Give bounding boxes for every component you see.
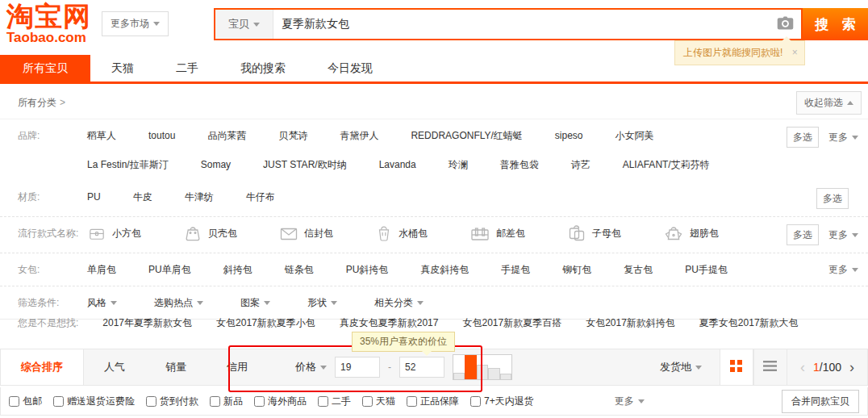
breadcrumb[interactable]: 所有分类> <box>18 96 65 110</box>
price-histogram[interactable] <box>453 354 512 380</box>
condition-dropdown[interactable]: 相关分类 <box>374 294 424 311</box>
style-option[interactable]: 信封包 <box>279 224 333 242</box>
style-option[interactable]: 翅膀包 <box>663 224 719 242</box>
footer-more-button[interactable]: 更多 <box>615 395 645 408</box>
ship-from-dropdown[interactable]: 发货地 <box>660 360 702 374</box>
nav-tab-4[interactable]: 今日发现 <box>307 55 394 82</box>
brand-option[interactable]: 青黛伊人 <box>340 127 378 144</box>
category-option[interactable]: 真皮斜挎包 <box>420 261 469 278</box>
suggestion-link[interactable]: 女包2017新款斜挎包 <box>586 316 675 330</box>
brand-option[interactable]: toutou <box>148 127 175 144</box>
brand-option[interactable]: 小女阿美 <box>616 127 654 144</box>
collapse-filters-button[interactable]: 收起筛选 <box>796 91 862 115</box>
checkbox-input[interactable] <box>146 396 156 407</box>
material-option[interactable]: 牛仔布 <box>246 188 275 206</box>
suggestion-link[interactable]: 2017年夏季新款女包 <box>102 316 192 330</box>
multi-select-button[interactable]: 多选 <box>787 127 819 148</box>
condition-dropdown[interactable]: 图案 <box>240 294 270 311</box>
suggestion-link[interactable]: 女包2017新款夏季小包 <box>216 316 315 330</box>
suggestion-link[interactable]: 真皮女包夏季新款2017 <box>340 316 439 330</box>
filter-checkbox[interactable]: 海外商品 <box>254 395 307 408</box>
filter-checkbox[interactable]: 货到付款 <box>146 395 198 408</box>
category-option[interactable]: 单肩包 <box>87 261 116 278</box>
price-max-input[interactable] <box>399 357 444 378</box>
nav-tab-1[interactable]: 天猫 <box>90 55 155 82</box>
suggestion-link[interactable]: 女包2017新款夏季百搭 <box>462 316 561 330</box>
sort-tab-1[interactable]: 人气 <box>84 349 145 385</box>
brand-option[interactable]: REDDRAGONFLY/红蜻蜓 <box>411 127 522 144</box>
style-option[interactable]: 邮差包 <box>469 224 525 242</box>
checkbox-input[interactable] <box>362 396 373 407</box>
more-button[interactable]: 更多 <box>828 264 858 275</box>
style-option[interactable]: 水桶包 <box>375 224 428 242</box>
checkbox-input[interactable] <box>254 396 265 407</box>
price-min-input[interactable] <box>335 357 380 378</box>
brand-option[interactable]: JUST STAR/欧时纳 <box>263 156 347 173</box>
nav-tab-0[interactable]: 所有宝贝 <box>0 55 90 82</box>
category-option[interactable]: 复古包 <box>624 261 653 278</box>
nav-tab-2[interactable]: 二手 <box>155 55 219 82</box>
category-option[interactable]: PU手提包 <box>685 261 728 278</box>
category-option[interactable]: 铆钉包 <box>562 261 591 278</box>
sort-tab-0[interactable]: 综合排序 <box>1 349 84 385</box>
nav-tab-3[interactable]: 我的搜索 <box>219 55 307 82</box>
category-option[interactable]: 手提包 <box>501 261 530 278</box>
checkbox-input[interactable] <box>210 396 220 407</box>
filter-checkbox[interactable]: 二手 <box>318 395 351 408</box>
brand-option[interactable]: Lavanda <box>379 156 416 173</box>
multi-select-button[interactable]: 多选 <box>816 188 849 209</box>
filter-checkbox[interactable]: 7+天内退货 <box>470 395 534 408</box>
condition-dropdown[interactable]: 风格 <box>87 294 117 311</box>
shell-bag-icon <box>183 224 202 242</box>
brand-option[interactable]: 品尚莱茜 <box>207 127 246 144</box>
checkbox-input[interactable] <box>318 396 328 407</box>
style-option[interactable]: 贝壳包 <box>183 224 237 242</box>
brand-option[interactable]: 玲澜 <box>449 156 468 173</box>
search-category-dropdown[interactable]: 宝贝 <box>215 10 273 39</box>
brand-option[interactable]: 贝梵诗 <box>278 127 307 144</box>
next-page-button[interactable]: › <box>849 360 854 374</box>
checkbox-input[interactable] <box>470 396 481 407</box>
category-option[interactable]: PU斜挎包 <box>346 261 389 278</box>
brand-option[interactable]: 普雅包袋 <box>500 156 539 173</box>
list-view-button[interactable] <box>753 349 787 385</box>
filter-checkbox[interactable]: 正品保障 <box>407 395 459 408</box>
sort-tab-2[interactable]: 销量 <box>145 349 207 385</box>
more-button[interactable]: 更多 <box>828 229 858 240</box>
more-markets-button[interactable]: 更多市场 <box>102 11 169 36</box>
merge-same-items-button[interactable]: 合并同款宝贝 <box>782 390 859 413</box>
checkbox-input[interactable] <box>407 396 417 407</box>
filter-checkbox[interactable]: 天猫 <box>362 395 395 408</box>
material-option[interactable]: 牛津纺 <box>185 188 214 206</box>
filter-checkbox[interactable]: 新品 <box>210 395 243 408</box>
brand-option[interactable]: Somay <box>201 156 231 173</box>
search-input[interactable] <box>273 10 769 39</box>
price-dropdown[interactable]: 价格 <box>295 360 327 374</box>
more-button[interactable]: 更多 <box>828 132 858 143</box>
style-option[interactable]: 子母包 <box>567 224 621 242</box>
style-option[interactable]: 小方包 <box>87 224 141 242</box>
brand-option[interactable]: 稻草人 <box>87 127 116 144</box>
prev-page-button[interactable]: ‹ <box>800 360 805 374</box>
checkbox-input[interactable] <box>53 396 64 407</box>
sort-tab-3[interactable]: 信用 <box>207 349 268 385</box>
brand-option[interactable]: sipeso <box>555 127 583 144</box>
material-option[interactable]: 牛皮 <box>133 188 152 206</box>
brand-option[interactable]: 诗艺 <box>571 156 590 173</box>
category-option[interactable]: 链条包 <box>285 261 314 278</box>
search-button[interactable]: 搜 索 <box>803 8 868 40</box>
condition-dropdown[interactable]: 形状 <box>307 294 337 311</box>
condition-dropdown[interactable]: 选购热点 <box>154 294 203 311</box>
brand-option[interactable]: La Festin/拉菲斯汀 <box>87 156 169 173</box>
filter-checkbox[interactable]: 包邮 <box>9 395 42 408</box>
material-option[interactable]: PU <box>87 188 101 206</box>
filter-checkbox[interactable]: 赠送退货运费险 <box>53 395 135 408</box>
grid-view-button[interactable] <box>720 349 753 385</box>
brand-option[interactable]: ALIAFANT/艾莉芬特 <box>623 156 710 173</box>
category-option[interactable]: 斜挎包 <box>223 261 252 278</box>
multi-select-button[interactable]: 多选 <box>787 224 819 245</box>
image-search-button[interactable] <box>769 10 801 39</box>
suggestion-link[interactable]: 夏季女包2017新款大包 <box>699 316 799 330</box>
checkbox-input[interactable] <box>9 396 19 407</box>
category-option[interactable]: PU单肩包 <box>148 261 191 278</box>
